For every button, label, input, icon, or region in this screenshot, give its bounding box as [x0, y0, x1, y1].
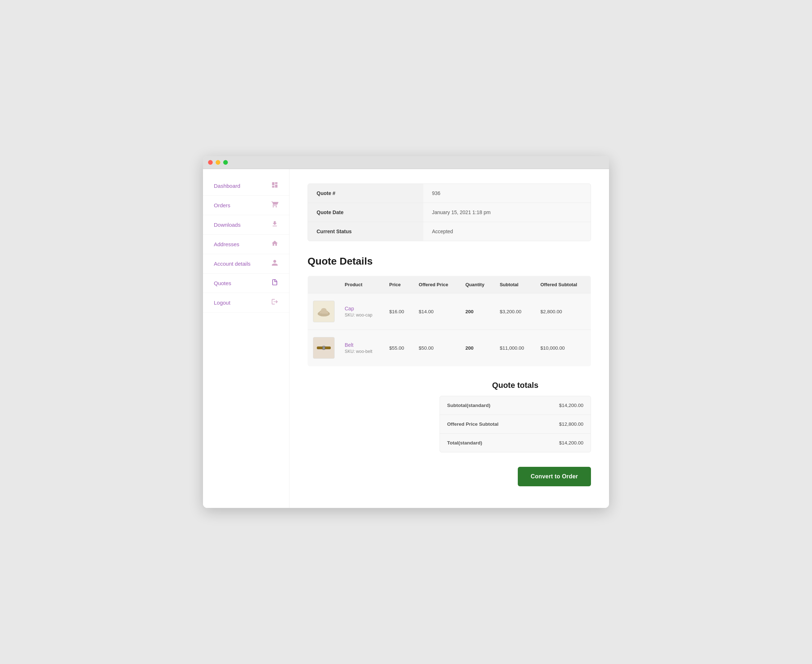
main-area: Quote # 936 Quote Date January 15, 2021 …: [290, 169, 609, 508]
table-row: Cap SKU: woo-cap $16.00 $14.00 200 $3,20…: [308, 293, 591, 330]
dashboard-icon: [271, 181, 278, 190]
quantity-cell: 200: [461, 330, 495, 366]
addresses-icon: [271, 240, 278, 249]
quote-totals-container: Quote totals Subtotal(standard) $14,200.…: [308, 381, 591, 452]
svg-point-1: [321, 308, 326, 312]
product-thumb-cell: [308, 293, 340, 330]
product-thumb-cell: [308, 330, 340, 366]
titlebar: [203, 156, 609, 169]
table-row: Belt SKU: woo-belt $55.00 $50.00 200 $11…: [308, 330, 591, 366]
product-thumbnail: [313, 337, 335, 359]
sidebar-item-account-details[interactable]: Account details: [203, 254, 289, 273]
app-window: Dashboard Orders Downloads: [203, 156, 609, 508]
col-header-thumb: [308, 276, 340, 293]
offered-price-cell: $14.00: [413, 293, 460, 330]
sidebar-item-dashboard[interactable]: Dashboard: [203, 176, 289, 196]
totals-title: Quote totals: [439, 381, 591, 390]
convert-to-order-button[interactable]: Convert to Order: [518, 467, 591, 486]
section-title: Quote Details: [308, 256, 591, 267]
quantity-cell: 200: [461, 293, 495, 330]
close-button[interactable]: [208, 160, 213, 165]
col-header-quantity: Quantity: [461, 276, 495, 293]
price-cell: $55.00: [384, 330, 414, 366]
minimize-button[interactable]: [216, 160, 220, 165]
price-cell: $16.00: [384, 293, 414, 330]
orders-icon: [271, 201, 278, 210]
quote-totals: Quote totals Subtotal(standard) $14,200.…: [439, 381, 591, 452]
product-name-cell: Belt SKU: woo-belt: [340, 330, 384, 366]
col-header-price: Price: [384, 276, 414, 293]
totals-row-subtotal: Subtotal(standard) $14,200.00: [440, 396, 591, 415]
quote-info-table: Quote # 936 Quote Date January 15, 2021 …: [308, 184, 591, 241]
product-name-cell: Cap SKU: woo-cap: [340, 293, 384, 330]
sidebar-item-downloads[interactable]: Downloads: [203, 215, 289, 235]
logout-icon: [271, 298, 278, 307]
sidebar-item-quotes[interactable]: Quotes: [203, 273, 289, 293]
quotes-icon: [271, 279, 278, 288]
sidebar-item-logout[interactable]: Logout: [203, 293, 289, 312]
col-header-offered-subtotal: Offered Subtotal: [535, 276, 591, 293]
subtotal-cell: $3,200.00: [495, 293, 535, 330]
main-content: Dashboard Orders Downloads: [203, 169, 609, 508]
subtotal-cell: $11,000.00: [495, 330, 535, 366]
totals-row-offered: Offered Price Subtotal $12,800.00: [440, 415, 591, 434]
sidebar-item-addresses[interactable]: Addresses: [203, 235, 289, 254]
col-header-product: Product: [340, 276, 384, 293]
col-header-subtotal: Subtotal: [495, 276, 535, 293]
totals-row-total: Total(standard) $14,200.00: [440, 434, 591, 452]
quote-info-row-number: Quote # 936: [308, 184, 591, 203]
quote-info-row-status: Current Status Accepted: [308, 222, 591, 241]
svg-point-7: [324, 348, 324, 348]
offered-subtotal-cell: $10,000.00: [535, 330, 591, 366]
quote-details-table: Product Price Offered Price Quantity Sub…: [308, 276, 591, 366]
convert-btn-container: Convert to Order: [308, 467, 591, 493]
totals-table: Subtotal(standard) $14,200.00 Offered Pr…: [439, 396, 591, 452]
cap-image: [316, 304, 331, 319]
offered-price-cell: $50.00: [413, 330, 460, 366]
offered-subtotal-cell: $2,800.00: [535, 293, 591, 330]
maximize-button[interactable]: [223, 160, 228, 165]
sidebar: Dashboard Orders Downloads: [203, 169, 290, 508]
product-thumbnail: [313, 301, 335, 322]
belt-image: [316, 340, 331, 355]
account-icon: [271, 259, 278, 268]
downloads-icon: [271, 220, 278, 229]
svg-rect-2: [318, 313, 322, 314]
col-header-offered-price: Offered Price: [413, 276, 460, 293]
quote-info-row-date: Quote Date January 15, 2021 1:18 pm: [308, 203, 591, 222]
sidebar-item-orders[interactable]: Orders: [203, 196, 289, 215]
